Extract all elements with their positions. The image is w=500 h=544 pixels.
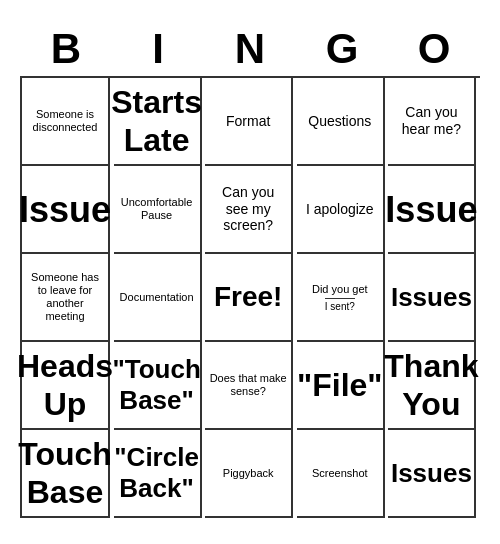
cell-text-24: Issues	[391, 458, 472, 489]
cell-text-9: Issue	[385, 188, 477, 231]
cell-text-13: Did you get	[312, 283, 368, 296]
header-g: G	[298, 26, 386, 72]
cell-text-0: Someone is disconnected	[26, 108, 104, 134]
cell-3: Questions	[297, 78, 385, 166]
cell-text-17: Does that make sense?	[209, 372, 287, 398]
cell-text-19: Thank You	[384, 347, 478, 424]
cell-text-22: Piggyback	[223, 467, 274, 480]
header-b: B	[22, 26, 110, 72]
cell-16: "Touch Base"	[114, 342, 202, 430]
cell-24: Issues	[388, 430, 476, 518]
cell-21: "Circle Back"	[114, 430, 202, 518]
cell-text-4: Can you hear me?	[392, 104, 470, 138]
cell-7: Can you see my screen?	[205, 166, 293, 254]
bingo-card: B I N G O Someone is disconnectedStarts …	[10, 16, 490, 528]
cell-14: Issues	[388, 254, 476, 342]
cell-20: Touch Base	[22, 430, 110, 518]
cell-11: Documentation	[114, 254, 202, 342]
bingo-grid: Someone is disconnectedStarts LateFormat…	[20, 76, 480, 518]
cell-4: Can you hear me?	[388, 78, 476, 166]
cell-10: Someone has to leave for another meeting	[22, 254, 110, 342]
cell-text-20: Touch Base	[18, 435, 112, 512]
bingo-header: B I N G O	[20, 26, 480, 72]
cell-17: Does that make sense?	[205, 342, 293, 430]
cell-18: "File"	[297, 342, 385, 430]
cell-19: Thank You	[388, 342, 476, 430]
cell-13: Did you get I sent?	[297, 254, 385, 342]
cell-text-1: Starts Late	[111, 83, 202, 160]
cell-22: Piggyback	[205, 430, 293, 518]
cell-subtext-13: I sent?	[325, 298, 355, 312]
cell-5: Issue	[22, 166, 110, 254]
cell-text-15: Heads Up	[17, 347, 113, 424]
cell-12: Free!	[205, 254, 293, 342]
cell-text-2: Format	[226, 113, 270, 130]
header-i: I	[114, 26, 202, 72]
cell-8: I apologize	[297, 166, 385, 254]
cell-text-18: "File"	[297, 366, 382, 404]
cell-text-23: Screenshot	[312, 467, 368, 480]
cell-text-3: Questions	[308, 113, 371, 130]
free-text: Free!	[214, 281, 282, 313]
cell-text-5: Issue	[19, 188, 111, 231]
cell-text-11: Documentation	[120, 291, 194, 304]
cell-text-21: "Circle Back"	[114, 442, 199, 504]
cell-23: Screenshot	[297, 430, 385, 518]
cell-2: Format	[205, 78, 293, 166]
cell-text-6: Uncomfortable Pause	[118, 196, 196, 222]
cell-text-7: Can you see my screen?	[209, 184, 287, 234]
cell-text-8: I apologize	[306, 201, 374, 218]
header-o: O	[390, 26, 478, 72]
cell-9: Issue	[388, 166, 476, 254]
cell-text-16: "Touch Base"	[112, 354, 200, 416]
header-n: N	[206, 26, 294, 72]
cell-15: Heads Up	[22, 342, 110, 430]
cell-text-14: Issues	[391, 282, 472, 313]
cell-1: Starts Late	[114, 78, 202, 166]
cell-6: Uncomfortable Pause	[114, 166, 202, 254]
cell-text-10: Someone has to leave for another meeting	[26, 271, 104, 324]
cell-0: Someone is disconnected	[22, 78, 110, 166]
